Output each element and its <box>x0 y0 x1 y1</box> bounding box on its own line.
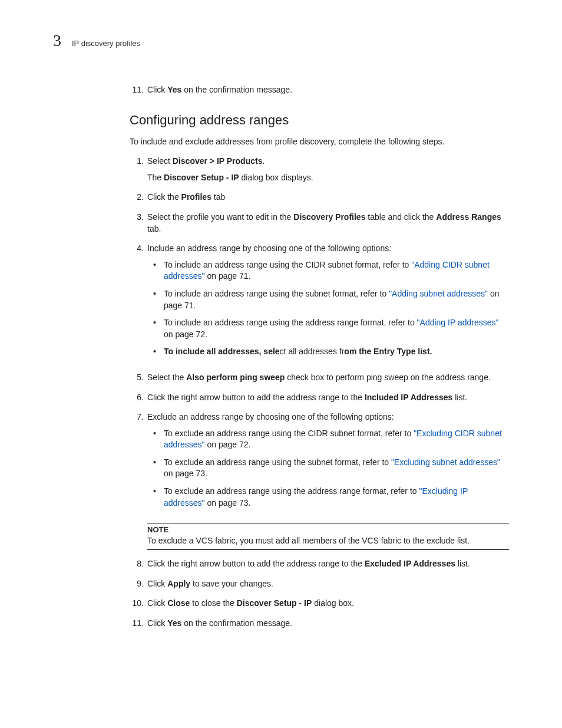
bold-text: Profiles <box>181 192 211 202</box>
step-text: Click the Profiles tab <box>147 192 509 203</box>
step-number: 4. <box>130 243 144 364</box>
text-fragment: To include an address range using the CI… <box>164 260 411 269</box>
text-fragment: Select the profile you want to edit in t… <box>147 212 293 222</box>
list-item: To exclude an address range using the ad… <box>147 486 509 509</box>
page: 3 IP discovery profiles 11. Click Yes on… <box>0 0 562 667</box>
text-fragment: on the confirmation message. <box>181 85 292 94</box>
step-text: Click Apply to save your changes. <box>147 578 509 590</box>
list-item: To include an address range using the CI… <box>147 259 509 282</box>
bullet-list: To exclude an address range using the CI… <box>147 428 509 509</box>
step-number: 6. <box>130 392 144 404</box>
step-5: 5. Select the Also perform ping sweep ch… <box>130 372 509 384</box>
step-9: 9. Click Apply to save your changes. <box>130 578 509 590</box>
text-fragment: Click <box>147 618 167 628</box>
text-fragment: Select <box>147 156 173 166</box>
running-head-text: IP discovery profiles <box>72 39 140 48</box>
step-text: Exclude an address range by choosing one… <box>147 411 509 515</box>
step-text: Include an address range by choosing one… <box>147 243 509 364</box>
section-heading: Configuring address ranges <box>130 113 509 128</box>
step-text: Click the right arrow button to add the … <box>147 392 509 404</box>
text-fragment: tab. <box>147 224 161 233</box>
note-text: To exclude a VCS fabric, you must add al… <box>147 535 509 547</box>
text-fragment: The <box>147 173 164 182</box>
text-fragment: dialog box. <box>312 598 354 608</box>
text-fragment: on page 71. <box>205 271 251 281</box>
text-fragment: To exclude an address range using the su… <box>164 457 391 467</box>
text-fragment: Click the right arrow button to add the … <box>147 393 365 402</box>
text-fragment: to save your changes. <box>190 579 273 588</box>
step-text: Select the Also perform ping sweep check… <box>147 372 509 384</box>
chapter-number: 3 <box>53 32 61 49</box>
step-number: 7. <box>130 411 144 515</box>
step-number: 9. <box>130 578 144 590</box>
text-fragment: To exclude an address range using the ad… <box>164 486 419 496</box>
note-label: NOTE <box>147 525 509 535</box>
list-item: To exclude an address range using the CI… <box>147 428 509 451</box>
list-item: To include an address range using the su… <box>147 288 509 311</box>
step-intro: Include an address range by choosing one… <box>147 243 509 255</box>
xref-link[interactable]: "Excluding subnet addresses" <box>391 457 500 467</box>
text-fragment: Click the right arrow button to add the … <box>147 559 365 568</box>
text-fragment: Click <box>147 85 167 94</box>
text-fragment: Click <box>147 579 167 588</box>
text-fragment: on page 73. <box>205 498 251 508</box>
bold-text: To include all addresses, sele <box>164 347 280 356</box>
text-fragment: To include an address range using the ad… <box>164 318 417 327</box>
xref-link[interactable]: "Adding IP addresses" <box>417 318 499 327</box>
text-fragment: To exclude an address range using the CI… <box>164 429 414 438</box>
text-fragment: Click the <box>147 192 181 202</box>
step-text: Click the right arrow button to add the … <box>147 558 509 570</box>
note-block: NOTE To exclude a VCS fabric, you must a… <box>147 523 509 550</box>
running-header: 3 IP discovery profiles <box>53 32 509 49</box>
xref-link[interactable]: "Adding subnet addresses" <box>389 289 488 298</box>
text-fragment: on page 72. <box>205 440 251 449</box>
text-fragment: Click <box>147 598 167 608</box>
continued-step-11: 11. Click Yes on the confirmation messag… <box>130 84 509 96</box>
text-fragment: Select the <box>147 373 186 382</box>
step-2: 2. Click the Profiles tab <box>130 192 509 203</box>
bold-text: Close <box>167 598 190 608</box>
bullet-list: To include an address range using the CI… <box>147 259 509 358</box>
step-number: 11. <box>130 618 144 630</box>
bold-text: Address Ranges <box>436 212 501 222</box>
step-text: Click Yes on the confirmation message. <box>147 618 509 630</box>
bold-text: Discovery Profiles <box>293 212 365 222</box>
bold-text: Discover Setup - IP <box>164 173 239 182</box>
bold-text: Discover > IP Products <box>173 156 263 166</box>
step-6: 6. Click the right arrow button to add t… <box>130 392 509 404</box>
bold-text: Apply <box>167 579 190 588</box>
text-fragment: ct all addresses fr <box>280 347 345 356</box>
step-4: 4. Include an address range by choosing … <box>130 243 509 364</box>
step-number: 2. <box>130 192 144 203</box>
text-fragment: table and click the <box>365 212 436 222</box>
bold-text: Discover Setup - IP <box>237 598 312 608</box>
note-rule-bottom <box>147 549 509 550</box>
step-number: 10. <box>130 598 144 610</box>
text-fragment: on the confirmation message. <box>181 618 292 628</box>
text-fragment: on page 73. <box>164 469 207 478</box>
step-8: 8. Click the right arrow button to add t… <box>130 558 509 570</box>
step-number: 1. <box>130 156 144 183</box>
text-fragment: dialog box displays. <box>239 173 313 182</box>
step-1: 1. Select Discover > IP Products. The Di… <box>130 156 509 183</box>
step-intro: Exclude an address range by choosing one… <box>147 411 509 423</box>
text-fragment: To include an address range using the su… <box>164 289 389 298</box>
list-item: To include all addresses, select all add… <box>147 346 509 358</box>
intro-paragraph: To include and exclude addresses from pr… <box>130 136 509 148</box>
bold-text: Yes <box>167 85 181 94</box>
bold-text: om the Entry Type list. <box>344 347 432 356</box>
bold-text: Also perform ping sweep <box>186 373 285 382</box>
step-10: 10. Click Close to close the Discover Se… <box>130 598 509 610</box>
step-text: Click Yes on the confirmation message. <box>147 84 509 96</box>
step-3: 3. Select the profile you want to edit i… <box>130 212 509 235</box>
bold-text: Included IP Addresses <box>365 393 452 402</box>
text-fragment: check box to perform ping sweep on the a… <box>285 373 490 382</box>
text-fragment: list. <box>452 393 467 402</box>
text-fragment: . <box>262 156 265 166</box>
text-fragment: tab <box>211 192 225 202</box>
step-text: Select the profile you want to edit in t… <box>147 212 509 235</box>
step-number: 3. <box>130 212 144 235</box>
text-fragment: list. <box>455 559 470 568</box>
bold-text: Yes <box>167 618 181 628</box>
list-item: To include an address range using the ad… <box>147 317 509 340</box>
